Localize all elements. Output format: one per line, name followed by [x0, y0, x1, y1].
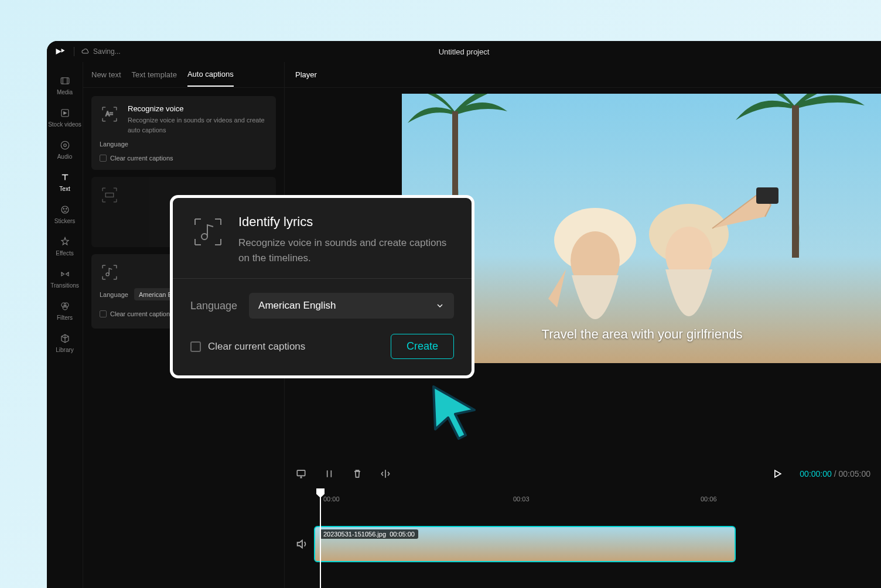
identify-lyrics-popup: Identify lyrics Recognize voice in sound…	[170, 195, 474, 378]
clear-captions-checkbox[interactable]	[190, 341, 201, 352]
card-title: Recognize voice	[128, 104, 268, 113]
project-title[interactable]: Untitled project	[439, 47, 490, 56]
player-label: Player	[295, 70, 317, 79]
svg-point-12	[106, 273, 109, 276]
timeline-ruler[interactable]: 00:00 00:03 00:06	[285, 488, 881, 506]
svg-point-9	[63, 306, 67, 310]
svg-rect-11	[105, 193, 114, 197]
svg-point-3	[63, 144, 66, 147]
rail-item-stickers[interactable]: Stickers	[47, 198, 83, 230]
playhead[interactable]	[320, 488, 321, 588]
divider	[74, 47, 74, 56]
timeline[interactable]: 00:00 00:03 00:06 20230531-151056.jpg 00…	[285, 488, 881, 588]
rail-item-transitions[interactable]: Transitions	[47, 262, 83, 295]
ruler-mark: 00:03	[513, 495, 530, 502]
clear-captions-label: Clear current captions	[208, 341, 305, 353]
clear-checkbox[interactable]	[100, 155, 107, 162]
video-track: 20230531-151056.jpg 00:05:00	[285, 524, 881, 565]
stickers-icon	[59, 204, 71, 216]
create-button[interactable]: Create	[391, 334, 454, 359]
card-desc: Recognize voice in sounds or videos and …	[128, 115, 268, 135]
rail-item-library[interactable]: Library	[47, 327, 83, 359]
video-clip[interactable]: 20230531-151056.jpg 00:05:00	[314, 526, 736, 562]
ruler-mark: 00:06	[701, 495, 717, 502]
svg-text:A=: A=	[105, 111, 113, 117]
speaker-icon[interactable]	[295, 538, 308, 551]
library-icon	[59, 333, 71, 344]
svg-rect-20	[297, 470, 305, 476]
player-header: Player	[285, 62, 881, 88]
split-icon[interactable]	[323, 468, 335, 480]
language-value: American English	[258, 300, 336, 312]
timecode-total: 00:05:00	[839, 469, 871, 478]
svg-point-6	[66, 208, 67, 210]
caption-icon	[100, 185, 119, 205]
tab-auto-captions[interactable]: Auto captions	[187, 63, 234, 87]
svg-rect-19	[756, 187, 778, 204]
timecode-current: 00:00:00	[800, 469, 832, 478]
svg-rect-0	[61, 78, 69, 84]
cloud-icon	[81, 47, 90, 56]
delete-icon[interactable]	[351, 468, 363, 480]
rail-item-stock[interactable]: Stock videos	[47, 101, 83, 134]
display-icon[interactable]	[295, 468, 307, 480]
clip-label: 20230531-151056.jpg 00:05:00	[320, 529, 418, 539]
recognize-voice-icon: A=	[100, 104, 119, 124]
saving-label: Saving...	[93, 47, 121, 56]
filters-icon	[59, 300, 71, 312]
tab-text-template[interactable]: Text template	[132, 63, 177, 86]
effects-icon	[59, 236, 71, 248]
popup-desc: Recognize voice in sounds and create cap…	[238, 235, 454, 265]
audio-icon	[59, 139, 71, 151]
svg-point-21	[202, 234, 207, 240]
popup-title: Identify lyrics	[238, 214, 454, 230]
svg-point-2	[61, 141, 69, 149]
transitions-icon	[59, 268, 71, 280]
svg-point-4	[62, 206, 69, 213]
clear-label: Clear current captions	[110, 155, 173, 162]
left-rail: Media Stock videos Audio Text Stickers E…	[47, 62, 83, 588]
app-logo-icon	[54, 45, 67, 58]
clear-label: Clear current captions	[110, 310, 173, 317]
tab-new-text[interactable]: New text	[91, 63, 121, 86]
saving-status: Saving...	[81, 47, 121, 56]
lyrics-icon	[100, 262, 119, 282]
title-bar: Saving... Untitled project	[47, 41, 881, 62]
rail-item-text[interactable]: Text	[47, 166, 83, 198]
lang-label: Language	[100, 291, 128, 298]
lyrics-icon	[190, 214, 226, 249]
svg-point-5	[63, 208, 64, 210]
lang-label: Language	[100, 141, 128, 148]
chevron-down-icon	[435, 301, 445, 310]
rail-item-effects[interactable]: Effects	[47, 230, 83, 262]
clear-checkbox[interactable]	[100, 310, 107, 317]
play-button[interactable]	[771, 468, 783, 480]
language-label: Language	[190, 300, 237, 312]
rail-item-filters[interactable]: Filters	[47, 295, 83, 327]
mirror-icon[interactable]	[380, 468, 391, 480]
recognize-voice-card: A= Recognize voice Recognize voice in so…	[91, 96, 276, 170]
rail-item-audio[interactable]: Audio	[47, 134, 83, 166]
rail-item-media[interactable]: Media	[47, 69, 83, 101]
cursor-pointer-icon	[431, 384, 483, 442]
ruler-mark: 00:00	[323, 495, 340, 502]
player-controls: 00:00:00 / 00:05:00	[285, 459, 881, 488]
stock-icon	[59, 107, 71, 119]
media-icon	[59, 75, 71, 87]
svg-point-8	[64, 303, 69, 307]
language-select[interactable]: American English	[249, 293, 454, 319]
text-icon	[59, 172, 71, 183]
app-window: Saving... Untitled project Media Stock v…	[47, 41, 881, 588]
timecode: 00:00:00 / 00:05:00	[800, 469, 870, 478]
